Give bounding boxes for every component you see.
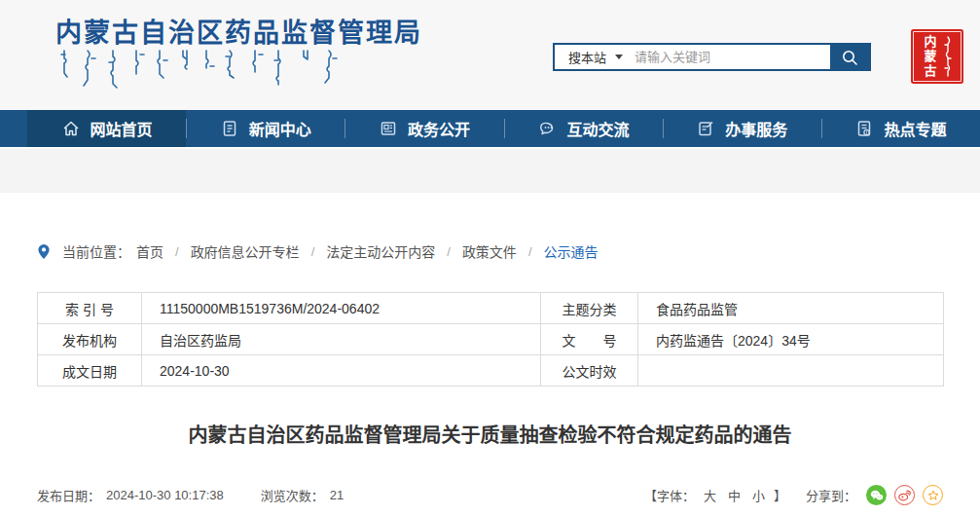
font-size-medium-button[interactable]: 中 (725, 486, 744, 504)
mongolian-script (58, 49, 343, 90)
share-label: 分享到： (806, 486, 856, 504)
seal-stamp: 内蒙古 (911, 29, 963, 84)
publish-date-label: 发布日期： (37, 486, 100, 504)
hot-topic-doc-icon (854, 119, 874, 138)
meta-value-issuing-agency: 自治区药监局 (142, 324, 541, 355)
meta-value-topic-category: 食品药品监管 (638, 293, 944, 324)
font-size-large-button[interactable]: 大 (701, 486, 719, 504)
search-icon (841, 49, 858, 66)
main-content: 当前位置： 首页 / 政府信息公开专栏 / 法定主动公开内容 / 政策文件 / … (0, 241, 980, 516)
seal-text: 内蒙古 (921, 35, 939, 79)
site-search-box: 搜本站 (553, 43, 871, 71)
meta-value-validity (638, 355, 944, 387)
breadcrumb-item-gov-info[interactable]: 政府信息公开专栏 (191, 241, 300, 261)
breadcrumb-label: 当前位置： (62, 241, 130, 261)
nav-item-services[interactable]: 办事服务 (663, 110, 821, 147)
site-header: 内蒙古自治区药品监督管理局 搜本站 (0, 0, 980, 110)
views-label: 浏览次数： (261, 486, 324, 504)
meta-value-doc-number: 内药监通告〔2024〕34号 (638, 324, 944, 355)
font-size-small-button[interactable]: 小 (749, 486, 768, 504)
breadcrumb-separator: / (175, 244, 179, 259)
meta-label-doc-number: 文 号 (541, 324, 638, 355)
nav-item-gov-info[interactable]: 政务公开 (345, 110, 503, 147)
site-logo-title[interactable]: 内蒙古自治区药品监督管理局 (55, 12, 422, 50)
breadcrumb-separator: / (311, 244, 315, 259)
search-button[interactable] (830, 45, 869, 69)
nav-item-label: 政务公开 (408, 117, 470, 140)
breadcrumb-item-home[interactable]: 首页 (136, 241, 163, 261)
breadcrumb: 当前位置： 首页 / 政府信息公开专栏 / 法定主动公开内容 / 政策文件 / … (37, 241, 943, 261)
nav-item-label: 互动交流 (567, 117, 630, 140)
breadcrumb-item-notices[interactable]: 公示通告 (544, 241, 599, 261)
nav-item-label: 办事服务 (725, 117, 787, 140)
meta-label-validity: 公文时效 (541, 355, 638, 387)
nav-item-hot-topics[interactable]: 热点专题 (821, 110, 980, 147)
chat-bubble-icon (537, 119, 558, 138)
main-navbar: 网站首页 新闻中心 政务公开 互动交流 办事服务 (0, 110, 980, 147)
font-share-tools: 【字体： 大 中 小 】 分享到： (644, 485, 943, 505)
nav-item-interaction[interactable]: 互动交流 (504, 110, 663, 147)
search-input[interactable] (635, 45, 830, 69)
wechat-share-icon[interactable] (866, 485, 887, 505)
publish-info: 发布日期： 2024-10-30 10:17:38 浏览次数： 21 (37, 486, 344, 504)
meta-value-date-written: 2024-10-30 (142, 355, 541, 387)
nav-item-news[interactable]: 新闻中心 (186, 110, 345, 147)
table-row: 索 引 号 11150000MB1519736M/2024-06402 主题分类… (38, 293, 944, 324)
meta-label-topic-category: 主题分类 (541, 293, 638, 324)
font-widget-suffix: 】 (774, 486, 786, 504)
article-meta-row: 发布日期： 2024-10-30 10:17:38 浏览次数： 21 【字体： … (37, 485, 943, 505)
search-scope-label: 搜本站 (568, 48, 606, 66)
publish-date-value: 2024-10-30 10:17:38 (106, 488, 224, 502)
nav-item-home[interactable]: 网站首页 (27, 110, 186, 147)
caret-down-icon (615, 55, 623, 59)
nav-item-label: 网站首页 (91, 117, 153, 140)
sub-banner-strip (0, 147, 980, 193)
meta-value-index-no: 11150000MB1519736M/2024-06402 (142, 293, 541, 324)
meta-label-issuing-agency: 发布机构 (38, 324, 142, 355)
location-pin-icon (37, 243, 51, 260)
share-icons (866, 485, 943, 505)
page: 内蒙古自治区药品监督管理局 搜本站 (0, 0, 980, 516)
article-title: 内蒙古自治区药品监督管理局关于质量抽查检验不符合规定药品的通告 (37, 420, 943, 448)
meta-label-index-no: 索 引 号 (38, 293, 142, 324)
breadcrumb-separator: / (447, 244, 451, 259)
views-value: 21 (330, 488, 344, 502)
seal-mongolian-script (941, 35, 955, 78)
meta-label-date-written: 成文日期 (38, 355, 142, 387)
table-row: 发布机构 自治区药监局 文 号 内药监通告〔2024〕34号 (38, 324, 944, 355)
nav-item-label: 新闻中心 (249, 117, 311, 140)
breadcrumb-separator: / (528, 244, 532, 259)
document-meta-table: 索 引 号 11150000MB1519736M/2024-06402 主题分类… (37, 292, 944, 387)
favorite-star-share-icon[interactable] (923, 485, 943, 505)
table-row: 成文日期 2024-10-30 公文时效 (38, 355, 944, 387)
newspaper-icon (379, 119, 398, 138)
news-doc-icon (220, 119, 239, 138)
service-doc-pen-icon (696, 119, 715, 138)
breadcrumb-item-statutory[interactable]: 法定主动公开内容 (326, 241, 435, 261)
weibo-share-icon[interactable] (894, 485, 915, 505)
home-icon (61, 119, 81, 138)
nav-item-label: 热点专题 (884, 117, 946, 140)
search-scope-dropdown[interactable]: 搜本站 (555, 45, 635, 69)
breadcrumb-item-policy-files[interactable]: 政策文件 (462, 241, 517, 261)
font-widget-prefix: 【字体： (644, 486, 695, 504)
